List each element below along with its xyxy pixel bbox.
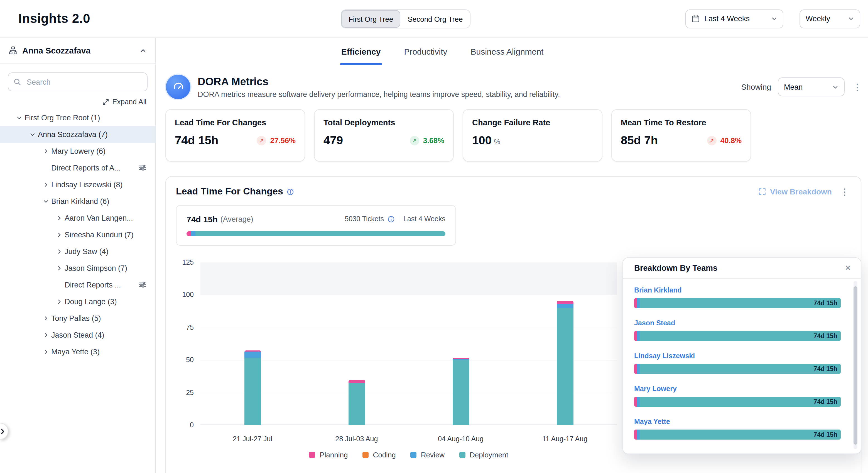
tree-item[interactable]: Judy Saw (4) <box>0 243 155 260</box>
tree-item[interactable]: Lindsay Liszewski (8) <box>0 176 155 193</box>
info-icon[interactable] <box>388 215 395 223</box>
stacked-bar[interactable] <box>244 350 261 425</box>
filter-icon[interactable] <box>138 164 147 172</box>
legend-item-deployment[interactable]: Deployment <box>459 451 508 459</box>
showing-label: Showing <box>741 83 771 91</box>
chevron-right-icon[interactable] <box>40 313 51 324</box>
view-breakdown-button[interactable]: View Breakdown <box>758 187 832 196</box>
scrollbar-thumb[interactable] <box>854 286 858 445</box>
tree-item[interactable]: Direct Reports ... <box>0 276 155 293</box>
legend-item-coding[interactable]: Coding <box>362 451 396 459</box>
chevron-right-icon[interactable] <box>40 346 51 357</box>
topbar-controls: Last 4 Weeks Weekly <box>685 9 860 28</box>
tree-item[interactable]: Jason Stead (4) <box>0 326 155 343</box>
summary-bar-segment-deployment <box>195 231 445 236</box>
team-link[interactable]: Jason Stead <box>634 319 675 328</box>
chevron-right-icon[interactable] <box>54 246 65 257</box>
tab-efficiency[interactable]: Efficiency <box>340 38 382 65</box>
tree-item[interactable]: Tony Pallas (5) <box>0 310 155 326</box>
chart-x-axis: 21 Jul-27 Jul28 Jul-03 Aug04 Aug-10 Aug1… <box>200 435 617 443</box>
tree-item-label: Direct Reports ... <box>65 280 121 289</box>
tree-item[interactable]: Sireesha Kunduri (7) <box>0 226 155 243</box>
summary-range: Last 4 Weeks <box>403 215 445 223</box>
aggregation-select[interactable]: Mean <box>778 78 845 96</box>
org-tree-icon <box>9 46 17 55</box>
legend-item-review[interactable]: Review <box>410 451 444 459</box>
stacked-bar[interactable] <box>557 301 573 425</box>
stacked-bar[interactable] <box>453 357 469 425</box>
chevron-up-icon[interactable] <box>140 47 147 54</box>
team-stacked-bar[interactable]: 74d 15h <box>634 364 841 374</box>
tree-item[interactable]: Maya Yette (3) <box>0 343 155 360</box>
team-bar-segment-deployment: 74d 15h <box>640 331 841 341</box>
more-options-icon[interactable] <box>838 186 851 197</box>
tree-item[interactable]: Jason Simpson (7) <box>0 260 155 276</box>
filter-icon[interactable] <box>138 281 147 289</box>
chevron-right-icon[interactable] <box>40 179 51 190</box>
chevron-right-icon[interactable] <box>54 229 65 240</box>
team-stacked-bar[interactable]: 74d 15h <box>634 298 841 308</box>
team-bar-segment-deployment: 74d 15h <box>640 364 841 374</box>
tab-business-alignment[interactable]: Business Alignment <box>470 38 545 65</box>
expand-all-button[interactable]: Expand All <box>102 97 147 106</box>
team-link[interactable]: Maya Yette <box>634 418 670 426</box>
legend-label: Planning <box>319 451 348 459</box>
summary-bar-segment-planning <box>187 231 191 236</box>
chart-legend: PlanningCodingReviewDeployment <box>200 451 617 459</box>
toggle-first-org-tree[interactable]: First Org Tree <box>341 10 400 28</box>
x-axis-label: 04 Aug-10 Aug <box>409 435 513 443</box>
tree-item[interactable]: Mary Lowery (6) <box>0 143 155 159</box>
team-bar-segment-review <box>637 298 640 308</box>
chevron-down-icon[interactable] <box>13 112 25 123</box>
team-stacked-bar[interactable]: 74d 15h <box>634 397 841 407</box>
more-options-icon[interactable] <box>851 82 864 92</box>
chevron-right-icon[interactable] <box>40 329 51 341</box>
granularity-value: Weekly <box>806 14 830 23</box>
stacked-bar[interactable] <box>348 380 365 425</box>
top-bar: Insights 2.0 First Org Tree Second Org T… <box>0 0 868 38</box>
metric-delta-value: 3.68% <box>423 136 444 145</box>
x-axis-label: 21 Jul-27 Jul <box>200 435 305 443</box>
chevron-right-icon[interactable] <box>40 145 51 156</box>
team-link[interactable]: Brian Kirkland <box>634 286 682 295</box>
chevron-right-icon[interactable] <box>54 212 65 224</box>
tree-item[interactable]: Doug Lange (3) <box>0 293 155 310</box>
tree-item-label: Jason Stead (4) <box>51 331 104 339</box>
breakdown-team-row: Maya Yette74d 15h <box>634 417 841 440</box>
metric-title: Lead Time For Changes <box>175 118 296 127</box>
team-stacked-bar[interactable]: 74d 15h <box>634 331 841 341</box>
chevron-right-icon[interactable] <box>54 296 65 307</box>
toggle-second-org-tree[interactable]: Second Org Tree <box>400 10 470 28</box>
dora-title: DORA Metrics <box>198 76 560 88</box>
tabs: EfficiencyProductivityBusiness Alignment <box>156 38 868 65</box>
tree-item[interactable]: Direct Reports of A... <box>0 159 155 176</box>
aggregation-value: Mean <box>784 83 803 91</box>
team-stacked-bar[interactable]: 74d 15h <box>634 430 841 440</box>
x-axis-label: 11 Aug-17 Aug <box>513 435 617 443</box>
legend-swatch <box>309 452 315 458</box>
close-icon[interactable] <box>842 262 854 273</box>
team-link[interactable]: Mary Lowery <box>634 385 677 393</box>
chevron-right-icon[interactable] <box>54 262 65 273</box>
chevron-down-icon[interactable] <box>27 129 38 140</box>
team-value: 74d 15h <box>813 365 841 372</box>
summary-stacked-bar <box>187 231 445 236</box>
tree-item[interactable]: First Org Tree Root (1) <box>0 109 155 126</box>
granularity-select[interactable]: Weekly <box>800 9 860 28</box>
info-icon[interactable] <box>287 188 294 195</box>
team-value: 74d 15h <box>813 398 841 405</box>
tickets-count: 5030 Tickets <box>345 215 384 223</box>
tree-item[interactable]: Brian Kirkland (6) <box>0 193 155 209</box>
search-input[interactable] <box>8 72 148 91</box>
metric-delta: 40.8% <box>707 136 742 145</box>
team-value: 74d 15h <box>813 431 841 438</box>
legend-item-planning[interactable]: Planning <box>309 451 348 459</box>
tree-item[interactable]: Aaron Van Langen... <box>0 209 155 226</box>
trend-up-icon <box>409 136 419 145</box>
calendar-icon <box>691 14 700 23</box>
team-link[interactable]: Lindsay Liszewski <box>634 352 695 360</box>
tree-item[interactable]: Anna Scozzafava (7) <box>0 126 155 143</box>
tab-productivity[interactable]: Productivity <box>403 38 448 65</box>
chevron-down-icon[interactable] <box>40 196 51 207</box>
date-range-select[interactable]: Last 4 Weeks <box>685 9 783 28</box>
